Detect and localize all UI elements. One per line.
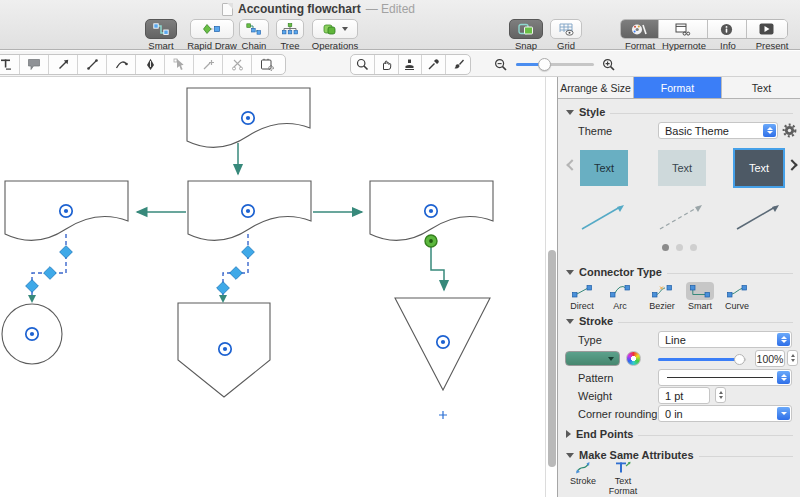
tab-format[interactable]: Format [634,77,722,98]
connector-right-to-triangle[interactable] [431,247,444,290]
handle-diamond[interactable] [60,246,73,259]
style-section-header[interactable]: Style [566,106,793,118]
titlebar: Accounting flowchart — Edited [0,1,800,17]
stamp-tool-button[interactable] [399,55,423,74]
pen-tool-button[interactable] [136,55,165,74]
swatch-prev-icon[interactable] [566,159,577,170]
theme-swatch-1[interactable]: Text [580,150,628,186]
present-label: Present [750,40,794,51]
stamp-icon [403,58,416,71]
pager-dot[interactable] [676,244,683,251]
center-marker[interactable] [26,328,38,340]
center-marker[interactable] [425,205,437,217]
arrow-style-dark[interactable] [737,205,779,229]
handle-diamond[interactable] [26,280,39,293]
stroke-color-well[interactable] [565,351,620,366]
operations-dropdown-icon [342,27,348,31]
split-tool-button[interactable] [223,55,252,74]
connector-type-section-header[interactable]: Connector Type [566,266,793,278]
curve-tool-button[interactable] [107,55,136,74]
connector-option-smart[interactable]: Smart [682,282,718,311]
center-marker[interactable] [242,205,254,217]
stroke-section-header[interactable]: Stroke [566,315,793,327]
weight-field[interactable]: 1 pt [658,387,710,404]
line-tool-button[interactable] [78,55,107,74]
connector-option-curve[interactable]: Curve [719,282,755,311]
theme-swatch-2[interactable]: Text [658,150,706,186]
shape-data-tool-button[interactable] [252,55,281,74]
arrow-tool-button[interactable] [49,55,78,74]
zoom-in-icon[interactable] [602,58,616,72]
plus-mark[interactable] [439,411,447,419]
smart-connector-icon [690,285,710,298]
chain-button[interactable] [239,19,269,39]
comment-tool-button[interactable] [20,55,49,74]
arrow-style-dashed[interactable] [660,205,702,229]
operations-button[interactable] [312,19,358,39]
handle-diamond[interactable] [242,246,255,259]
pan-tool-button[interactable] [375,55,399,74]
handle-diamond[interactable] [217,282,230,295]
make-same-stroke-button[interactable]: Stroke [562,461,604,487]
color-wheel-button[interactable] [626,351,641,366]
weight-stepper[interactable] [715,387,726,403]
swatch-next-icon[interactable] [786,159,797,170]
text-tool-button[interactable] [0,55,20,74]
handle-diamond[interactable] [230,267,243,280]
make-same-text-format-button[interactable]: Text Format [602,461,644,497]
inspector-panel: Arrange & Size Format Text Style Theme B… [557,77,800,497]
zoom-out-icon[interactable] [494,58,508,72]
rapid-draw-button[interactable] [190,19,234,39]
center-marker[interactable] [60,205,72,217]
zoom-tool-button[interactable] [351,55,375,74]
disclosure-down-icon [566,110,574,115]
operations-icon [322,23,337,36]
connector-option-arc[interactable]: Arc [602,282,638,311]
handle-diamond[interactable] [44,267,57,280]
smart-button[interactable] [145,19,177,39]
main-toolbar: Accounting flowchart — Edited Smart Rapi… [0,0,800,50]
connector-option-bezier[interactable]: Bezier [644,282,680,311]
theme-select[interactable]: Basic Theme [658,122,778,139]
center-marker[interactable] [242,112,254,124]
center-marker[interactable] [219,343,231,355]
info-button[interactable] [708,20,747,38]
theme-gear-icon[interactable] [782,123,797,138]
opacity-slider-knob[interactable] [734,354,745,365]
present-button[interactable] [747,20,788,38]
format-button[interactable] [621,20,659,38]
corner-rounding-select[interactable]: 0 in [658,405,792,422]
pager-dot[interactable] [690,244,697,251]
snap-button[interactable] [509,19,543,39]
tree-button[interactable] [276,19,304,39]
theme-swatch-3[interactable]: Text [735,150,783,186]
tab-text[interactable]: Text [722,77,800,98]
document-proxy-icon[interactable] [222,3,233,16]
info-icon [720,23,733,36]
arrow-style-teal[interactable] [582,205,624,229]
opacity-slider-track[interactable] [658,358,746,361]
zoom-slider-knob[interactable] [538,58,551,71]
pattern-select[interactable] [658,369,792,386]
make-same-section-header[interactable]: Make Same Attributes [566,449,793,461]
connector-option-direct[interactable]: Direct [564,282,600,311]
drawing-canvas[interactable] [0,77,557,497]
opacity-stepper[interactable] [787,350,798,366]
eyedropper-tool-button[interactable] [422,55,446,74]
canvas-vertical-scrollbar[interactable] [548,250,556,467]
add-anchor-tool-button[interactable] [194,55,223,74]
stroke-type-select[interactable]: Line [658,331,792,348]
hypernote-button[interactable] [659,20,708,38]
grid-button[interactable] [550,19,582,39]
end-points-section-header[interactable]: End Points [566,428,793,440]
zoom-slider-track[interactable] [516,63,594,66]
curve-connector-icon [727,285,747,298]
center-marker[interactable] [437,336,449,348]
opacity-value-field[interactable]: 100% [755,350,785,367]
green-endpoint-handle[interactable] [425,235,437,247]
edit-node-tool-button[interactable] [165,55,194,74]
tab-arrange-size[interactable]: Arrange & Size [558,77,634,98]
style-brush-tool-button[interactable] [446,55,470,74]
pager-dot-active[interactable] [662,244,669,251]
edit-node-icon [173,58,186,71]
